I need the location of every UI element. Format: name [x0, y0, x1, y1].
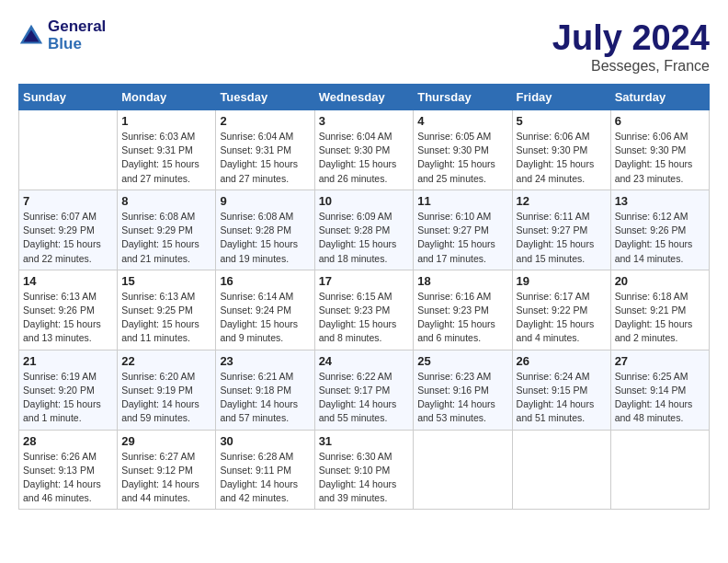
day-info: Sunrise: 6:19 AM Sunset: 9:20 PM Dayligh…: [23, 370, 113, 426]
day-number: 20: [615, 274, 705, 288]
day-info: Sunrise: 6:18 AM Sunset: 9:21 PM Dayligh…: [615, 290, 705, 346]
day-info: Sunrise: 6:22 AM Sunset: 9:17 PM Dayligh…: [319, 370, 410, 426]
day-number: 29: [121, 434, 211, 448]
calendar-cell: 7Sunrise: 6:07 AM Sunset: 9:29 PM Daylig…: [19, 190, 118, 270]
day-number: 4: [417, 114, 507, 128]
calendar-cell: 1Sunrise: 6:03 AM Sunset: 9:31 PM Daylig…: [118, 110, 216, 190]
day-number: 21: [23, 354, 113, 368]
day-info: Sunrise: 6:14 AM Sunset: 9:24 PM Dayligh…: [220, 290, 310, 346]
day-number: 24: [319, 354, 410, 368]
calendar-cell: 20Sunrise: 6:18 AM Sunset: 9:21 PM Dayli…: [610, 270, 709, 350]
calendar-cell: [414, 430, 512, 510]
location-title: Besseges, France: [552, 58, 710, 75]
day-number: 25: [417, 354, 507, 368]
day-info: Sunrise: 6:21 AM Sunset: 9:18 PM Dayligh…: [220, 370, 310, 426]
day-number: 18: [417, 274, 507, 288]
col-header-monday: Monday: [118, 85, 216, 110]
day-number: 7: [23, 194, 113, 208]
day-number: 8: [121, 194, 211, 208]
day-info: Sunrise: 6:24 AM Sunset: 9:15 PM Dayligh…: [517, 370, 607, 426]
col-header-friday: Friday: [512, 85, 610, 110]
week-row-4: 21Sunrise: 6:19 AM Sunset: 9:20 PM Dayli…: [19, 350, 710, 430]
calendar-cell: 8Sunrise: 6:08 AM Sunset: 9:29 PM Daylig…: [118, 190, 216, 270]
calendar-cell: 13Sunrise: 6:12 AM Sunset: 9:26 PM Dayli…: [610, 190, 709, 270]
day-number: 27: [615, 354, 705, 368]
day-info: Sunrise: 6:06 AM Sunset: 9:30 PM Dayligh…: [615, 130, 705, 186]
day-number: 2: [220, 114, 310, 128]
day-info: Sunrise: 6:11 AM Sunset: 9:27 PM Dayligh…: [517, 210, 607, 266]
calendar-cell: 23Sunrise: 6:21 AM Sunset: 9:18 PM Dayli…: [216, 350, 314, 430]
calendar-cell: 24Sunrise: 6:22 AM Sunset: 9:17 PM Dayli…: [314, 350, 414, 430]
day-info: Sunrise: 6:04 AM Sunset: 9:31 PM Dayligh…: [220, 130, 310, 186]
day-info: Sunrise: 6:10 AM Sunset: 9:27 PM Dayligh…: [417, 210, 507, 266]
col-header-thursday: Thursday: [414, 85, 512, 110]
calendar-cell: 22Sunrise: 6:20 AM Sunset: 9:19 PM Dayli…: [118, 350, 216, 430]
calendar-cell: 11Sunrise: 6:10 AM Sunset: 9:27 PM Dayli…: [414, 190, 512, 270]
day-info: Sunrise: 6:08 AM Sunset: 9:28 PM Dayligh…: [220, 210, 310, 266]
calendar-cell: 30Sunrise: 6:28 AM Sunset: 9:11 PM Dayli…: [216, 430, 314, 510]
calendar-cell: 28Sunrise: 6:26 AM Sunset: 9:13 PM Dayli…: [19, 430, 118, 510]
day-number: 10: [319, 194, 410, 208]
week-row-1: 1Sunrise: 6:03 AM Sunset: 9:31 PM Daylig…: [19, 110, 710, 190]
day-info: Sunrise: 6:30 AM Sunset: 9:10 PM Dayligh…: [319, 450, 410, 506]
calendar-cell: 2Sunrise: 6:04 AM Sunset: 9:31 PM Daylig…: [216, 110, 314, 190]
calendar-cell: 10Sunrise: 6:09 AM Sunset: 9:28 PM Dayli…: [314, 190, 414, 270]
col-header-saturday: Saturday: [610, 85, 709, 110]
calendar-cell: 5Sunrise: 6:06 AM Sunset: 9:30 PM Daylig…: [512, 110, 610, 190]
day-info: Sunrise: 6:03 AM Sunset: 9:31 PM Dayligh…: [121, 130, 211, 186]
calendar-cell: [610, 430, 709, 510]
calendar-cell: 26Sunrise: 6:24 AM Sunset: 9:15 PM Dayli…: [512, 350, 610, 430]
day-number: 12: [517, 194, 607, 208]
day-number: 9: [220, 194, 310, 208]
day-info: Sunrise: 6:06 AM Sunset: 9:30 PM Dayligh…: [517, 130, 607, 186]
calendar-cell: 19Sunrise: 6:17 AM Sunset: 9:22 PM Dayli…: [512, 270, 610, 350]
day-number: 22: [121, 354, 211, 368]
day-info: Sunrise: 6:04 AM Sunset: 9:30 PM Dayligh…: [319, 130, 410, 186]
logo-text: General Blue: [48, 18, 106, 52]
day-number: 31: [319, 434, 410, 448]
calendar-cell: 15Sunrise: 6:13 AM Sunset: 9:25 PM Dayli…: [118, 270, 216, 350]
calendar-cell: 12Sunrise: 6:11 AM Sunset: 9:27 PM Dayli…: [512, 190, 610, 270]
day-info: Sunrise: 6:27 AM Sunset: 9:12 PM Dayligh…: [121, 450, 211, 506]
calendar-table: SundayMondayTuesdayWednesdayThursdayFrid…: [18, 84, 710, 510]
day-info: Sunrise: 6:23 AM Sunset: 9:16 PM Dayligh…: [417, 370, 507, 426]
logo-icon: [18, 23, 44, 49]
day-info: Sunrise: 6:05 AM Sunset: 9:30 PM Dayligh…: [417, 130, 507, 186]
week-row-2: 7Sunrise: 6:07 AM Sunset: 9:29 PM Daylig…: [19, 190, 710, 270]
day-info: Sunrise: 6:13 AM Sunset: 9:25 PM Dayligh…: [121, 290, 211, 346]
calendar-cell: 29Sunrise: 6:27 AM Sunset: 9:12 PM Dayli…: [118, 430, 216, 510]
day-number: 17: [319, 274, 410, 288]
day-number: 14: [23, 274, 113, 288]
day-info: Sunrise: 6:17 AM Sunset: 9:22 PM Dayligh…: [517, 290, 607, 346]
calendar-cell: 27Sunrise: 6:25 AM Sunset: 9:14 PM Dayli…: [610, 350, 709, 430]
col-header-tuesday: Tuesday: [216, 85, 314, 110]
calendar-cell: [19, 110, 118, 190]
day-number: 28: [23, 434, 113, 448]
col-header-wednesday: Wednesday: [314, 85, 414, 110]
day-number: 11: [417, 194, 507, 208]
day-number: 1: [121, 114, 211, 128]
day-info: Sunrise: 6:26 AM Sunset: 9:13 PM Dayligh…: [23, 450, 113, 506]
day-number: 3: [319, 114, 410, 128]
calendar-cell: 18Sunrise: 6:16 AM Sunset: 9:23 PM Dayli…: [414, 270, 512, 350]
day-number: 23: [220, 354, 310, 368]
day-info: Sunrise: 6:07 AM Sunset: 9:29 PM Dayligh…: [23, 210, 113, 266]
day-info: Sunrise: 6:20 AM Sunset: 9:19 PM Dayligh…: [121, 370, 211, 426]
calendar-cell: 16Sunrise: 6:14 AM Sunset: 9:24 PM Dayli…: [216, 270, 314, 350]
day-info: Sunrise: 6:15 AM Sunset: 9:23 PM Dayligh…: [319, 290, 410, 346]
day-info: Sunrise: 6:09 AM Sunset: 9:28 PM Dayligh…: [319, 210, 410, 266]
calendar-cell: [512, 430, 610, 510]
calendar-cell: 4Sunrise: 6:05 AM Sunset: 9:30 PM Daylig…: [414, 110, 512, 190]
column-headers: SundayMondayTuesdayWednesdayThursdayFrid…: [19, 85, 710, 110]
day-info: Sunrise: 6:28 AM Sunset: 9:11 PM Dayligh…: [220, 450, 310, 506]
month-title: July 2024: [552, 18, 710, 58]
day-info: Sunrise: 6:12 AM Sunset: 9:26 PM Dayligh…: [615, 210, 705, 266]
col-header-sunday: Sunday: [19, 85, 118, 110]
calendar-cell: 6Sunrise: 6:06 AM Sunset: 9:30 PM Daylig…: [610, 110, 709, 190]
day-info: Sunrise: 6:25 AM Sunset: 9:14 PM Dayligh…: [615, 370, 705, 426]
day-info: Sunrise: 6:08 AM Sunset: 9:29 PM Dayligh…: [121, 210, 211, 266]
calendar-cell: 9Sunrise: 6:08 AM Sunset: 9:28 PM Daylig…: [216, 190, 314, 270]
calendar-cell: 3Sunrise: 6:04 AM Sunset: 9:30 PM Daylig…: [314, 110, 414, 190]
calendar-cell: 31Sunrise: 6:30 AM Sunset: 9:10 PM Dayli…: [314, 430, 414, 510]
week-row-5: 28Sunrise: 6:26 AM Sunset: 9:13 PM Dayli…: [19, 430, 710, 510]
